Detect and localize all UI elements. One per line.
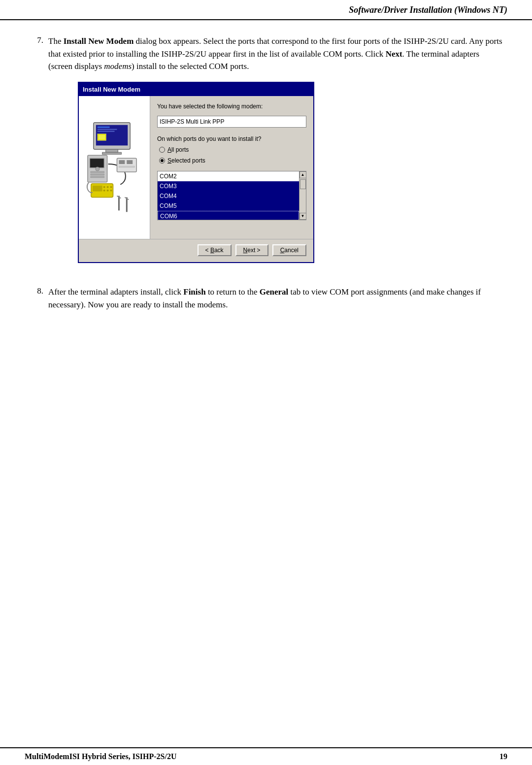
svg-rect-13 bbox=[91, 171, 104, 172]
page-container: Software/Driver Installation (Windows NT… bbox=[0, 0, 532, 765]
scrollbar-track[interactable]: ▲ ▼ bbox=[299, 171, 306, 220]
svg-rect-3 bbox=[102, 152, 122, 154]
cancel-button[interactable]: Cancel bbox=[272, 244, 306, 256]
com-list-inner: COM2 COM3 COM4 COM5 COM6 COM7 COM8 bbox=[158, 171, 299, 220]
svg-point-20 bbox=[110, 186, 112, 188]
modem-label: You have selected the following modem: bbox=[157, 102, 306, 111]
step-8-text: After the terminal adapters install, cli… bbox=[48, 286, 502, 311]
svg-rect-4 bbox=[98, 126, 110, 128]
page-header: Software/Driver Installation (Windows NT… bbox=[0, 0, 532, 20]
svg-point-21 bbox=[103, 189, 105, 191]
step-7: 7. The Install New Modem dialog box appe… bbox=[30, 35, 502, 272]
back-underline: B bbox=[210, 247, 214, 254]
page-title: Software/Driver Installation (Windows NT… bbox=[349, 5, 507, 15]
dialog-right-panel: You have selected the following modem: I… bbox=[150, 96, 313, 239]
svg-rect-2 bbox=[106, 149, 118, 152]
svg-rect-5 bbox=[98, 129, 117, 130]
back-button[interactable]: < Back bbox=[198, 244, 232, 256]
radio-selected-ports[interactable]: Selected ports bbox=[159, 156, 306, 165]
dialog-wrapper: Install New Modem bbox=[78, 82, 502, 264]
svg-rect-15 bbox=[91, 176, 104, 177]
port-question: On which ports do you want to install it… bbox=[157, 134, 306, 143]
radio-label-all: All ports bbox=[167, 145, 189, 154]
footer-page-number: 19 bbox=[499, 752, 507, 761]
step-7-text: The Install New Modem dialog box appears… bbox=[48, 35, 502, 272]
svg-point-23 bbox=[110, 189, 112, 191]
svg-rect-8 bbox=[99, 134, 105, 139]
com-port-com5[interactable]: COM5 bbox=[158, 201, 299, 211]
next-underline: N bbox=[243, 247, 248, 254]
svg-rect-26 bbox=[127, 160, 133, 164]
dialog-buttons: < Back Next > Cancel bbox=[79, 239, 313, 262]
scrollbar-up-arrow[interactable]: ▲ bbox=[299, 171, 306, 178]
modem-value-display: ISIHP-2S Multi Link PPP bbox=[157, 116, 306, 128]
port-section: On which ports do you want to install it… bbox=[157, 134, 306, 165]
svg-rect-6 bbox=[98, 131, 115, 132]
svg-point-19 bbox=[107, 186, 109, 188]
page-content: 7. The Install New Modem dialog box appe… bbox=[0, 20, 532, 747]
dialog-illustration-panel bbox=[79, 96, 150, 239]
cancel-underline: C bbox=[280, 247, 285, 254]
dialog-title: Install New Modem bbox=[83, 86, 140, 93]
footer-product-name: MultiModemISI Hybrid Series, ISIHP-2S/2U bbox=[25, 752, 176, 761]
general-ref: General bbox=[260, 287, 289, 297]
scrollbar-down-arrow[interactable]: ▼ bbox=[299, 213, 306, 220]
com-port-com6[interactable]: COM6 bbox=[158, 211, 299, 220]
step-8-number: 8. bbox=[30, 286, 43, 311]
svg-point-22 bbox=[107, 189, 109, 191]
com-port-com4[interactable]: COM4 bbox=[158, 191, 299, 201]
radio-circle-selected[interactable] bbox=[159, 158, 165, 164]
radio-all-ports[interactable]: All ports bbox=[159, 145, 306, 154]
com-port-com3[interactable]: COM3 bbox=[158, 181, 299, 191]
radio-circle-all[interactable] bbox=[159, 147, 165, 153]
install-new-modem-dialog: Install New Modem bbox=[78, 82, 314, 264]
computer-modem-illustration bbox=[84, 120, 145, 216]
svg-rect-27 bbox=[119, 166, 134, 167]
scrollbar-thumb[interactable] bbox=[300, 179, 306, 189]
step-7-next-ref: Next bbox=[386, 49, 402, 59]
next-button[interactable]: Next > bbox=[235, 244, 268, 256]
com-ports-listbox[interactable]: COM2 COM3 COM4 COM5 COM6 COM7 COM8 bbox=[157, 171, 306, 220]
radio-label-selected: Selected ports bbox=[167, 156, 205, 165]
dialog-body: You have selected the following modem: I… bbox=[79, 96, 313, 239]
step-7-bold-1: Install New Modem bbox=[64, 36, 134, 46]
step-7-number: 7. bbox=[30, 35, 43, 272]
dialog-titlebar: Install New Modem bbox=[79, 83, 313, 97]
svg-point-18 bbox=[103, 186, 105, 188]
finish-ref: Finish bbox=[183, 287, 205, 297]
svg-rect-25 bbox=[119, 160, 125, 164]
com-port-com2[interactable]: COM2 bbox=[158, 171, 299, 181]
page-footer: MultiModemISI Hybrid Series, ISIHP-2S/2U… bbox=[0, 747, 532, 765]
svg-point-12 bbox=[96, 167, 100, 171]
svg-rect-14 bbox=[91, 173, 104, 175]
radio-group: All ports Selected ports bbox=[159, 145, 306, 165]
step-7-modems-ref: modems bbox=[104, 62, 132, 71]
svg-rect-11 bbox=[90, 159, 104, 167]
svg-rect-17 bbox=[93, 185, 102, 191]
step-8: 8. After the terminal adapters install, … bbox=[30, 286, 502, 311]
